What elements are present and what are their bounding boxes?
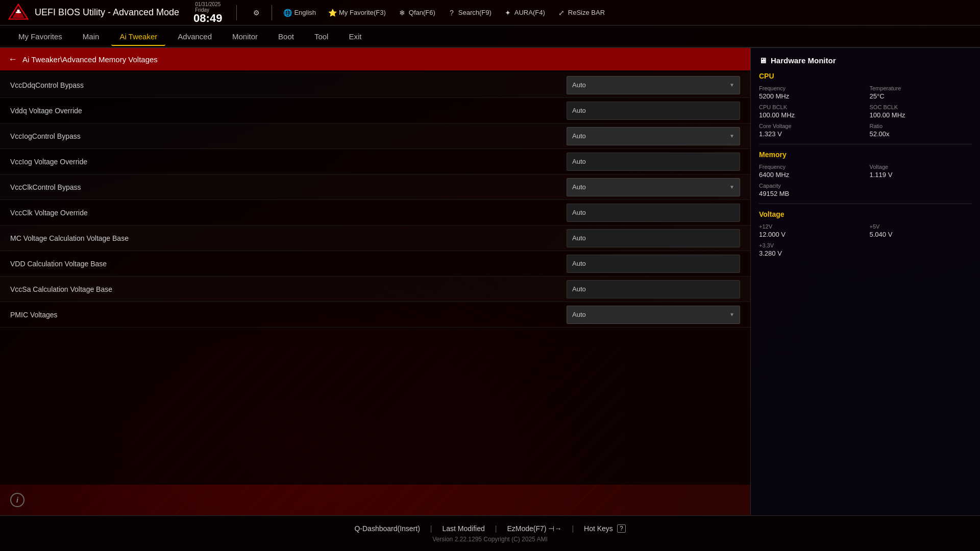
setting-label-vddq-override: Vddq Voltage Override — [10, 107, 567, 115]
voltage-grid: +12V 12.000 V +5V 5.040 V +3.3V 3.280 V — [759, 223, 972, 257]
footer: Q-Dashboard(Insert) | Last Modified | Ez… — [0, 515, 980, 551]
setting-label-pmic-voltages: PMIC Voltages — [10, 311, 567, 319]
chevron-down-icon: ▼ — [729, 312, 734, 317]
globe-icon: 🌐 — [283, 9, 291, 17]
setting-label-vcciog-override: VccIog Voltage Override — [10, 158, 567, 166]
dropdown-vccddaq-bypass[interactable]: Auto ▼ — [567, 76, 740, 94]
content-area: ← Ai Tweaker\Advanced Memory Voltages Vc… — [0, 48, 980, 515]
memory-category: Memory — [759, 151, 972, 159]
core-voltage: Core Voltage 1.323 V — [759, 123, 862, 138]
setting-label-vccddaq-bypass: VccDdqControl Bypass — [10, 81, 567, 89]
input-vccsa-calc-base[interactable]: Auto — [567, 280, 740, 298]
memory-capacity: Capacity 49152 MB — [759, 183, 862, 197]
table-row: VccIogControl Bypass Auto ▼ — [0, 123, 750, 149]
table-row: PMIC Voltages Auto ▼ — [0, 302, 750, 328]
hot-keys-button[interactable]: Hot Keys ? — [584, 524, 626, 533]
memory-frequency: Frequency 6400 MHz — [759, 164, 862, 179]
nav-item-tool[interactable]: Tool — [306, 28, 337, 46]
nav-item-exit[interactable]: Exit — [340, 28, 370, 46]
rog-logo — [8, 4, 29, 22]
hardware-monitor-panel: 🖥 Hardware Monitor CPU Frequency 5200 MH… — [750, 48, 980, 515]
monitor-icon: 🖥 — [759, 56, 767, 65]
memory-grid: Frequency 6400 MHz Voltage 1.119 V Capac… — [759, 164, 972, 197]
setting-value-vcciog-override[interactable]: Auto — [567, 153, 740, 171]
breadcrumb-bar: ← Ai Tweaker\Advanced Memory Voltages — [0, 48, 750, 70]
nav-item-main[interactable]: Main — [75, 28, 108, 46]
soc-bclk: SOC BCLK 100.00 MHz — [870, 104, 972, 119]
voltage-5v: +5V 5.040 V — [870, 223, 972, 238]
memory-voltage: Voltage 1.119 V — [870, 164, 972, 179]
nav-menu: My Favorites Main Ai Tweaker Advanced Mo… — [0, 26, 980, 48]
nav-item-monitor[interactable]: Monitor — [224, 28, 266, 46]
nav-item-boot[interactable]: Boot — [270, 28, 302, 46]
dropdown-pmic-voltages[interactable]: Auto ▼ — [567, 306, 740, 324]
input-vdd-calc-base[interactable]: Auto — [567, 255, 740, 273]
setting-label-mc-voltage-base: MC Voltage Calculation Voltage Base — [10, 234, 567, 242]
language-button[interactable]: 🌐 English — [278, 7, 321, 19]
time-display: 08:49 — [193, 13, 222, 24]
svg-rect-3 — [17, 10, 20, 13]
setting-value-pmic-voltages[interactable]: Auto ▼ — [567, 306, 740, 324]
settings-button[interactable]: ⚙ — [247, 7, 265, 19]
voltage-12v: +12V 12.000 V — [759, 223, 862, 238]
breadcrumb-text: Ai Tweaker\Advanced Memory Voltages — [22, 55, 158, 64]
hot-keys-icon: ? — [617, 524, 626, 533]
header-tools: ⚙ 🌐 English ⭐ My Favorite(F3) ❄ Qfan(F6)… — [247, 5, 972, 20]
cpu-ratio: Ratio 52.00x — [870, 123, 972, 138]
aura-button[interactable]: ✦ AURA(F4) — [499, 7, 550, 19]
setting-value-vddq-override[interactable]: Auto — [567, 102, 740, 120]
voltage-3v3: +3.3V 3.280 V — [759, 242, 862, 257]
last-modified-button[interactable]: Last Modified — [442, 524, 484, 533]
table-row: MC Voltage Calculation Voltage Base Auto — [0, 226, 750, 251]
dropdown-vcciog-bypass[interactable]: Auto ▼ — [567, 127, 740, 145]
table-row: Vddq Voltage Override Auto — [0, 98, 750, 123]
info-icon: i — [10, 493, 24, 507]
cpu-temperature: Temperature 25°C — [870, 85, 972, 100]
setting-value-mc-voltage-base[interactable]: Auto — [567, 229, 740, 247]
setting-value-vccddaq-bypass[interactable]: Auto ▼ — [567, 76, 740, 94]
setting-value-vdd-calc-base[interactable]: Auto — [567, 255, 740, 273]
input-vcciog-override[interactable]: Auto — [567, 153, 740, 171]
hw-divider-2 — [759, 204, 972, 204]
table-row: VccIog Voltage Override Auto — [0, 149, 750, 174]
table-row: VccClk Voltage Override Auto — [0, 200, 750, 226]
search-icon: ? — [448, 9, 456, 17]
cpu-category: CPU — [759, 72, 972, 80]
back-button[interactable]: ← — [8, 54, 17, 65]
qfan-button[interactable]: ❄ Qfan(F6) — [393, 7, 440, 19]
footer-actions: Q-Dashboard(Insert) | Last Modified | Ez… — [354, 524, 625, 533]
setting-value-vcciog-bypass[interactable]: Auto ▼ — [567, 127, 740, 145]
chevron-down-icon: ▼ — [729, 82, 734, 88]
hw-divider-1 — [759, 144, 972, 144]
voltage-category: Voltage — [759, 210, 972, 218]
footer-divider-2: | — [495, 524, 497, 533]
setting-value-vccclk-override[interactable]: Auto — [567, 204, 740, 222]
setting-label-vccclk-bypass: VccClkControl Bypass — [10, 183, 567, 191]
input-vccclk-override[interactable]: Auto — [567, 204, 740, 222]
ez-mode-button[interactable]: EzMode(F7) ⊣→ — [507, 524, 561, 533]
input-mc-voltage-base[interactable]: Auto — [567, 229, 740, 247]
setting-value-vccsa-calc-base[interactable]: Auto — [567, 280, 740, 298]
hardware-monitor-title: 🖥 Hardware Monitor — [759, 56, 972, 65]
table-row: VccDdqControl Bypass Auto ▼ — [0, 72, 750, 98]
setting-value-vccclk-bypass[interactable]: Auto ▼ — [567, 178, 740, 196]
footer-divider-1: | — [430, 524, 432, 533]
input-vddq-override[interactable]: Auto — [567, 102, 740, 120]
datetime: 01/31/2025 Friday 08:49 — [193, 2, 222, 24]
my-favorites-button[interactable]: ⭐ My Favorite(F3) — [323, 7, 391, 19]
cpu-bclk: CPU BCLK 100.00 MHz — [759, 104, 862, 119]
header-divider-1 — [236, 5, 237, 20]
nav-item-my-favorites[interactable]: My Favorites — [10, 28, 70, 46]
setting-label-vcciog-bypass: VccIogControl Bypass — [10, 132, 567, 140]
search-button[interactable]: ? Search(F9) — [443, 7, 497, 19]
setting-label-vccclk-override: VccClk Voltage Override — [10, 209, 567, 217]
dropdown-vccclk-bypass[interactable]: Auto ▼ — [567, 178, 740, 196]
nav-item-ai-tweaker[interactable]: Ai Tweaker — [111, 28, 165, 46]
q-dashboard-button[interactable]: Q-Dashboard(Insert) — [354, 524, 420, 533]
gear-icon: ⚙ — [252, 9, 260, 17]
header-divider-2 — [272, 5, 272, 20]
resize-bar-button[interactable]: ⤢ ReSize BAR — [552, 7, 610, 19]
settings-list: VccDdqControl Bypass Auto ▼ Vddq Voltage… — [0, 70, 750, 485]
nav-item-advanced[interactable]: Advanced — [169, 28, 220, 46]
cpu-grid: Frequency 5200 MHz Temperature 25°C CPU … — [759, 85, 972, 138]
